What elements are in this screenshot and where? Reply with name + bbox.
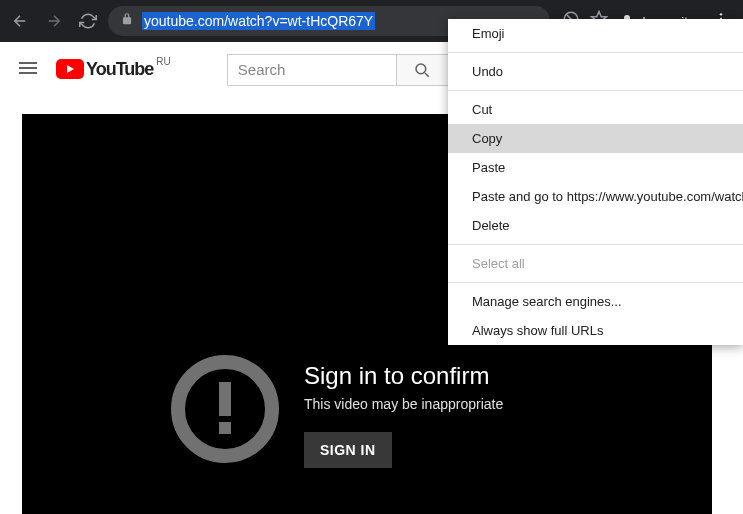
warning-icon bbox=[170, 354, 280, 464]
ctx-separator bbox=[448, 52, 743, 53]
ctx-separator bbox=[448, 90, 743, 91]
arrow-right-icon bbox=[45, 12, 63, 30]
age-restriction-panel: Sign in to confirm This video may be ina… bbox=[170, 354, 503, 468]
svg-rect-5 bbox=[19, 62, 37, 64]
back-button[interactable] bbox=[6, 7, 34, 35]
lock-icon bbox=[120, 12, 134, 30]
signin-button[interactable]: SIGN IN bbox=[304, 432, 392, 468]
ctx-manage-engines[interactable]: Manage search engines... bbox=[448, 287, 743, 316]
youtube-wordmark: YouTube bbox=[86, 59, 153, 80]
svg-point-8 bbox=[416, 64, 426, 74]
ctx-delete[interactable]: Delete bbox=[448, 211, 743, 240]
search-input[interactable] bbox=[227, 54, 397, 86]
reload-button[interactable] bbox=[74, 7, 102, 35]
search-button[interactable] bbox=[397, 54, 449, 86]
hamburger-icon bbox=[16, 56, 40, 80]
svg-rect-10 bbox=[219, 382, 231, 416]
svg-rect-6 bbox=[19, 67, 37, 69]
svg-rect-11 bbox=[219, 422, 231, 434]
arrow-left-icon bbox=[11, 12, 29, 30]
ctx-full-urls[interactable]: Always show full URLs bbox=[448, 316, 743, 345]
context-menu: Emoji Undo Cut Copy Paste Paste and go t… bbox=[448, 19, 743, 345]
search-form bbox=[227, 54, 449, 86]
ctx-separator bbox=[448, 282, 743, 283]
restriction-subtitle: This video may be inappropriate bbox=[304, 396, 503, 412]
ctx-paste[interactable]: Paste bbox=[448, 153, 743, 182]
ctx-emoji[interactable]: Emoji bbox=[448, 19, 743, 48]
ctx-select-all[interactable]: Select all bbox=[448, 249, 743, 278]
ctx-separator bbox=[448, 244, 743, 245]
hamburger-button[interactable] bbox=[16, 56, 40, 84]
ctx-paste-go[interactable]: Paste and go to https://www.youtube.com/… bbox=[448, 182, 743, 211]
forward-button[interactable] bbox=[40, 7, 68, 35]
ctx-copy[interactable]: Copy bbox=[448, 124, 743, 153]
youtube-play-icon bbox=[56, 59, 84, 79]
svg-rect-7 bbox=[19, 72, 37, 74]
url-text[interactable]: youtube.com/watch?v=wt-tHcQR67Y bbox=[142, 12, 375, 30]
youtube-region: RU bbox=[156, 56, 170, 67]
restriction-title: Sign in to confirm bbox=[304, 362, 503, 390]
ctx-undo[interactable]: Undo bbox=[448, 57, 743, 86]
svg-point-2 bbox=[720, 13, 722, 15]
reload-icon bbox=[79, 12, 97, 30]
search-icon bbox=[413, 61, 431, 79]
youtube-logo[interactable]: YouTube RU bbox=[56, 59, 171, 80]
ctx-cut[interactable]: Cut bbox=[448, 95, 743, 124]
